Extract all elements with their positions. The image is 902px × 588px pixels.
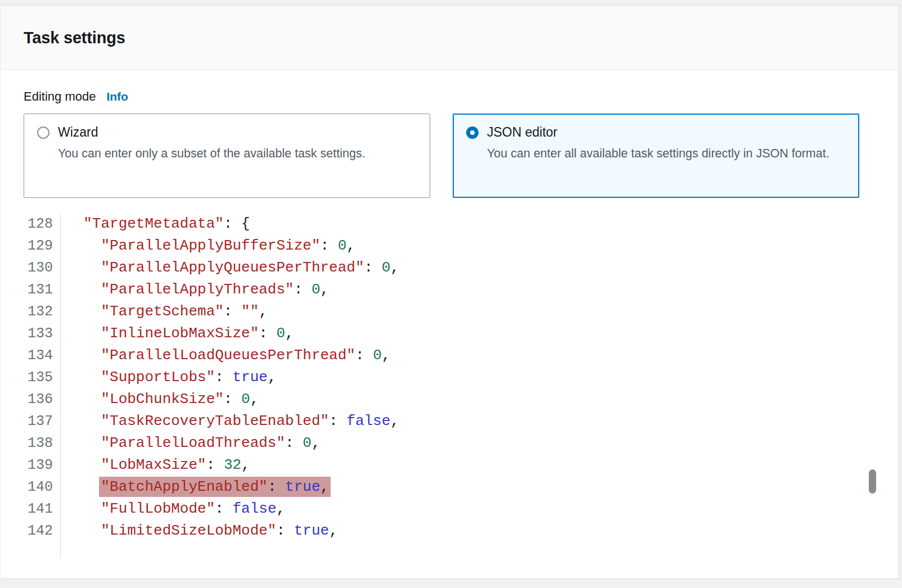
code-editor[interactable]: 1281291301311321331341351361371381391401… — [1, 213, 899, 558]
tile-wizard[interactable]: Wizard You can enter only a subset of th… — [24, 114, 430, 198]
page-title: Task settings — [24, 29, 125, 47]
highlighted-code[interactable]: "BatchApplyEnabled": true, — [101, 478, 329, 495]
line-number-131: 131 — [1, 279, 60, 301]
tile-wizard-description: You can enter only a subset of the avail… — [58, 145, 412, 162]
editor-gutter: 1281291301311321331341351361371381391401… — [1, 213, 61, 558]
line-number-128: 128 — [1, 213, 60, 235]
code-line-138[interactable]: "ParallelLoadThreads": 0, — [66, 432, 899, 454]
line-number-129: 129 — [1, 235, 60, 257]
code-line-136[interactable]: "LobChunkSize": 0, — [66, 388, 899, 410]
code-line-142[interactable]: "LimitedSizeLobMode": true, — [66, 520, 899, 542]
tile-wizard-label: Wizard — [58, 125, 98, 140]
code-line-134[interactable]: "ParallelLoadQueuesPerThread": 0, — [66, 345, 899, 367]
tile-json-editor-head: JSON editor — [466, 125, 846, 140]
code-line-131[interactable]: "ParallelApplyThreads": 0, — [66, 279, 899, 301]
editing-mode-tiles: Wizard You can enter only a subset of th… — [24, 114, 876, 198]
tile-wizard-head: Wizard — [37, 125, 417, 140]
line-number-140: 140 — [1, 476, 60, 498]
editor-code[interactable]: "TargetMetadata": { "ParallelApplyBuffer… — [61, 213, 899, 558]
wizard-radio-button[interactable] — [37, 126, 49, 139]
line-number-137: 137 — [1, 410, 60, 432]
tile-json-editor-label: JSON editor — [487, 125, 557, 140]
info-link[interactable]: Info — [106, 90, 128, 103]
line-number-130: 130 — [1, 257, 60, 279]
editing-mode-row: Editing mode Info — [24, 89, 876, 104]
tile-json-editor-description: You can enter all available task setting… — [487, 145, 841, 162]
code-line-129[interactable]: "ParallelApplyBufferSize": 0, — [66, 235, 899, 257]
line-number-134: 134 — [1, 345, 60, 367]
line-number-136: 136 — [1, 388, 60, 410]
line-number-142: 142 — [1, 520, 60, 542]
tile-json-editor[interactable]: JSON editor You can enter all available … — [453, 114, 859, 198]
code-line-128[interactable]: "TargetMetadata": { — [66, 213, 899, 235]
line-number-133: 133 — [1, 323, 60, 345]
code-line-141[interactable]: "FullLobMode": false, — [66, 498, 899, 520]
code-line-137[interactable]: "TaskRecoveryTableEnabled": false, — [66, 410, 899, 432]
code-line-132[interactable]: "TargetSchema": "", — [66, 301, 899, 323]
line-number-139: 139 — [1, 454, 60, 476]
scrollbar-thumb[interactable] — [869, 469, 876, 494]
line-number-135: 135 — [1, 367, 60, 388]
editing-mode-label: Editing mode — [24, 89, 96, 104]
code-line-135[interactable]: "SupportLobs": true, — [66, 367, 899, 388]
task-settings-panel: Task settings Editing mode Info Wizard Y… — [0, 5, 899, 579]
line-number-141: 141 — [1, 498, 60, 520]
code-line-130[interactable]: "ParallelApplyQueuesPerThread": 0, — [66, 257, 899, 279]
code-line-133[interactable]: "InlineLobMaxSize": 0, — [66, 323, 899, 345]
line-number-138: 138 — [1, 432, 60, 454]
code-line-140[interactable]: "BatchApplyEnabled": true, — [66, 476, 899, 498]
code-line-139[interactable]: "LobMaxSize": 32, — [66, 454, 899, 476]
panel-body: Editing mode Info Wizard You can enter o… — [1, 70, 899, 198]
line-number-132: 132 — [1, 301, 60, 323]
panel-header: Task settings — [1, 6, 899, 70]
json-editor-radio-button[interactable] — [466, 126, 479, 139]
